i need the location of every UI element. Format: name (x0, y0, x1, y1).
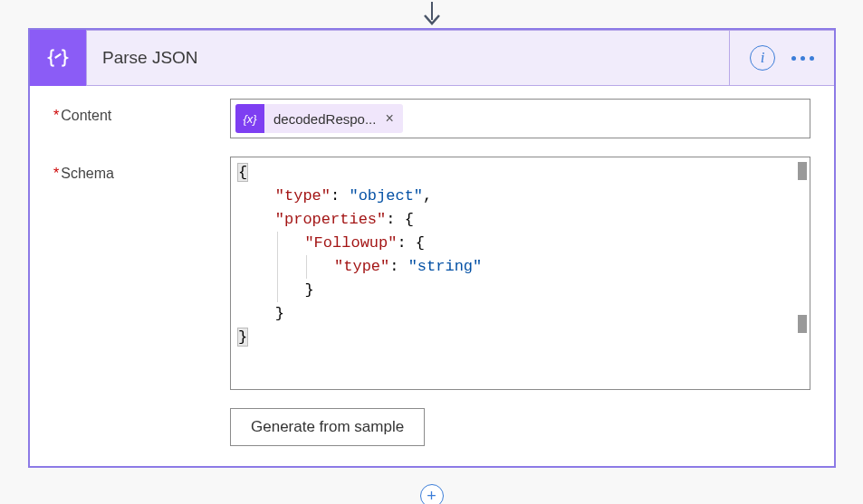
token-remove-icon[interactable]: × (385, 110, 393, 127)
token-label: decodedRespo... (264, 111, 385, 127)
flow-arrow-down-icon (421, 0, 443, 27)
content-input[interactable]: {x} decodedRespo... × (230, 99, 810, 138)
parse-json-action-card: Parse JSON i *Content {x} decodedRespo..… (28, 28, 836, 468)
content-label: *Content (53, 99, 230, 124)
content-token[interactable]: {x} decodedRespo... × (235, 104, 403, 133)
schema-editor[interactable]: { "type": "object", "properties": { "Fol… (230, 157, 810, 390)
add-step-icon[interactable]: + (420, 484, 444, 504)
action-body: *Content {x} decodedRespo... × *Schema {… (30, 86, 834, 466)
info-icon[interactable]: i (750, 45, 775, 71)
action-header[interactable]: Parse JSON i (30, 30, 834, 86)
generate-from-sample-button[interactable]: Generate from sample (230, 408, 425, 446)
parse-json-icon (30, 30, 86, 86)
variable-icon: {x} (235, 104, 264, 133)
action-title[interactable]: Parse JSON (86, 30, 730, 86)
schema-label: *Schema (53, 157, 230, 182)
more-menu-icon[interactable] (791, 56, 814, 61)
scrollbar-thumb-bottom[interactable] (798, 315, 807, 333)
scrollbar-thumb-top[interactable] (798, 162, 807, 180)
svg-line-1 (55, 54, 62, 58)
